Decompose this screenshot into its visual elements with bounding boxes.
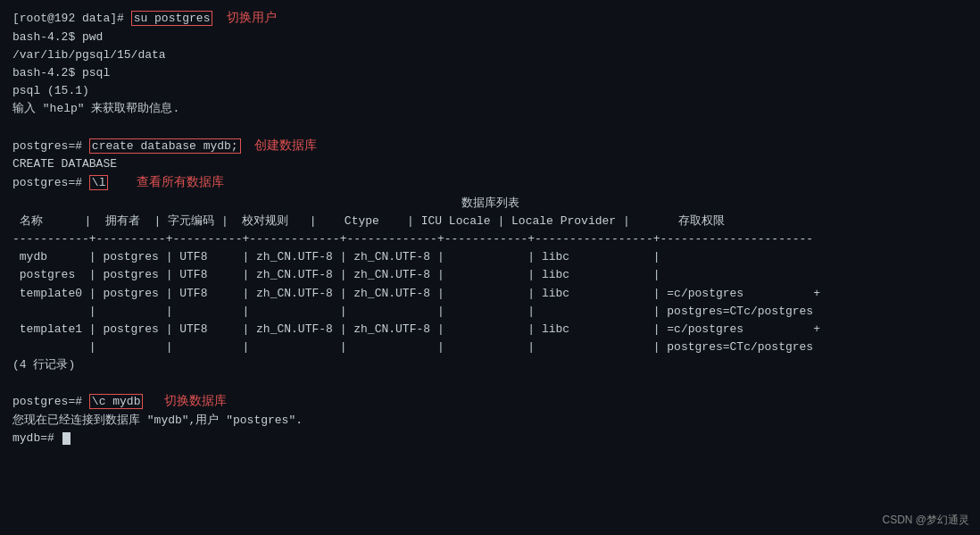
line-7: [12, 118, 968, 136]
table-footer: (4 行记录): [12, 356, 968, 374]
prompt-3: postgres=#: [12, 176, 89, 189]
label-create-db: 创建数据库: [254, 138, 317, 153]
line-connected: 您现在已经连接到数据库 "mydb",用户 "postgres".: [12, 412, 968, 430]
table-row-template1-2: | | | | | | | postgres=CTc/postgres: [12, 339, 968, 356]
space-1: [212, 12, 227, 25]
line-10: postgres=# \l 查看所有数据库: [12, 173, 968, 193]
terminal-window: [root@192 data]# su postgres 切换用户 bash-4…: [0, 0, 980, 535]
prompt-1: [root@192 data]#: [12, 12, 131, 25]
line-2: bash-4.2$ pwd: [12, 29, 968, 46]
table-row-template0-2: | | | | | | | postgres=CTc/postgres: [12, 303, 968, 321]
cmd-su-postgres: su postgres: [131, 11, 213, 26]
space-2: [241, 139, 255, 153]
table-row-mydb: mydb | postgres | UTF8 | zh_CN.UTF-8 | z…: [12, 248, 968, 266]
line-4: bash-4.2$ psql: [12, 64, 968, 82]
cmd-list-db: \l: [89, 175, 109, 190]
cursor: [62, 432, 71, 445]
cmd-connect-db: \c mydb: [89, 394, 144, 409]
table-title: 数据库列表: [12, 195, 968, 211]
line-switch-db: postgres=# \c mydb 切换数据库: [12, 392, 968, 412]
table-row-template0-1: template0 | postgres | UTF8 | zh_CN.UTF-…: [12, 285, 968, 303]
space-3: [108, 176, 136, 189]
line-mydb-prompt: mydb=#: [12, 430, 968, 447]
prompt-2: postgres=#: [12, 139, 89, 153]
table-row-postgres: postgres | postgres | UTF8 | zh_CN.UTF-8…: [12, 266, 968, 284]
prompt-mydb: mydb=#: [12, 431, 62, 445]
space-4: [143, 395, 163, 408]
prompt-4: postgres=#: [12, 395, 89, 408]
label-switch-user: 切换用户: [227, 11, 277, 25]
db-table: 数据库列表 名称 | 拥有者 | 字元编码 | 校对规则 | Ctype | I…: [12, 195, 968, 374]
label-switch-db: 切换数据库: [164, 394, 227, 408]
line-create-database: CREATE DATABASE: [12, 155, 968, 173]
label-list-db: 查看所有数据库: [137, 175, 224, 189]
line-3: /var/lib/pgsql/15/data: [12, 46, 968, 64]
line-6: 输入 "help" 来获取帮助信息.: [12, 100, 968, 118]
table-row-template1-1: template1 | postgres | UTF8 | zh_CN.UTF-…: [12, 321, 968, 339]
cmd-create-db: create database mydb;: [89, 138, 241, 154]
table-header: 名称 | 拥有者 | 字元编码 | 校对规则 | Ctype | ICU Loc…: [12, 213, 968, 230]
line-5: psql (15.1): [12, 82, 968, 100]
table-divider: -----------+----------+----------+------…: [12, 230, 968, 248]
watermark: CSDN @梦幻通灵: [882, 513, 969, 528]
line-1: [root@192 data]# su postgres 切换用户: [12, 9, 968, 29]
line-8: postgres=# create database mydb; 创建数据库: [12, 137, 968, 156]
blank-line-bottom: [12, 374, 968, 392]
